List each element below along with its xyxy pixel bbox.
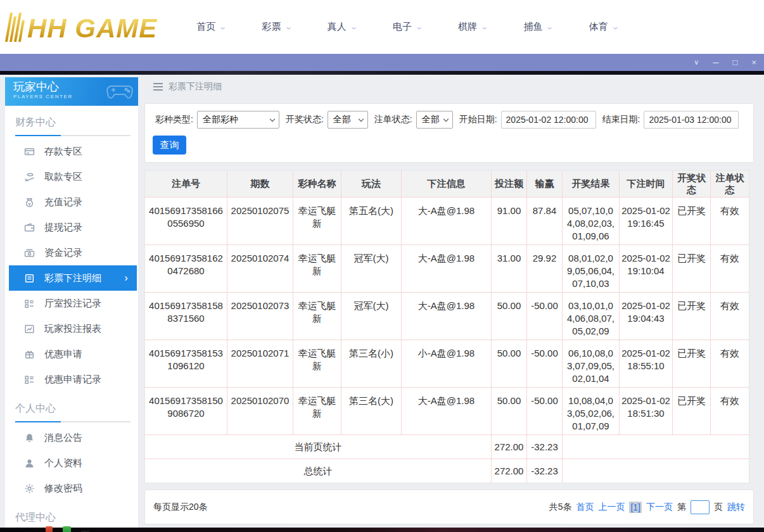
cell-win-loss: -50.00 bbox=[527, 293, 563, 340]
nav-item-fishing[interactable]: 捕鱼 ⌄ bbox=[523, 21, 552, 33]
table-header-row: 注单号 期数 彩种名称 玩法 下注信息 投注额 输赢 开奖结果 下注时间 开奖状… bbox=[145, 171, 749, 198]
draw-status-label: 开奖状态: bbox=[286, 114, 324, 125]
user-icon bbox=[24, 458, 35, 469]
nav-item-label: 棋牌 bbox=[458, 21, 477, 33]
withdraw-hand-icon bbox=[24, 172, 35, 182]
cell-play: 第三名(大) bbox=[341, 388, 402, 435]
search-button[interactable]: 查询 bbox=[153, 136, 186, 155]
sidebar-item-change-password[interactable]: 修改密码 bbox=[5, 476, 138, 501]
bet-details-table: 注单号 期数 彩种名称 玩法 下注信息 投注额 输赢 开奖结果 下注时间 开奖状… bbox=[144, 170, 749, 483]
maximize-icon[interactable]: □ bbox=[733, 58, 738, 66]
nav-item-chess[interactable]: 棋牌 ⌄ bbox=[458, 21, 487, 33]
chevron-down-icon: ⌄ bbox=[284, 23, 293, 31]
sidebar-item-label: 资金记录 bbox=[44, 247, 82, 259]
sidebar-item-profile[interactable]: 个人资料 bbox=[5, 450, 138, 476]
prev-page-link[interactable]: 上一页 bbox=[598, 502, 625, 513]
table-row: 401569173581509086720 20250102070 幸运飞艇新 … bbox=[145, 388, 749, 435]
sidebar-item-funds-record[interactable]: 资金记录 bbox=[5, 240, 138, 265]
sidebar-item-withdrawal-record[interactable]: 提现记录 bbox=[5, 215, 138, 240]
draw-status-select[interactable]: 全部 bbox=[328, 111, 368, 129]
cell-bet-amount: 50.00 bbox=[492, 340, 527, 388]
total-count: 共5条 bbox=[549, 502, 572, 513]
sidebar-item-recharge-record[interactable]: 充值记录 bbox=[5, 189, 138, 215]
sidebar-item-deposit[interactable]: 存款专区 bbox=[5, 139, 138, 164]
titlebar-chevron-down-icon[interactable]: ∨ bbox=[694, 59, 699, 66]
chevron-down-icon: ⌄ bbox=[350, 23, 358, 31]
chevron-down-icon: ⌄ bbox=[415, 23, 423, 31]
end-date-input[interactable] bbox=[644, 111, 739, 129]
col-order-status: 注单状态 bbox=[711, 171, 749, 198]
summary-winloss-total: -32.23 bbox=[527, 435, 563, 459]
nav-item-sports[interactable]: 体育 ⌄ bbox=[589, 21, 618, 33]
next-page-link[interactable]: 下一页 bbox=[646, 502, 673, 513]
cell-lottery-name: 幸运飞艇新 bbox=[293, 388, 341, 435]
nav-item-live[interactable]: 真人 ⌄ bbox=[328, 21, 357, 33]
cell-lottery-name: 幸运飞艇新 bbox=[293, 245, 341, 293]
banknote-icon bbox=[24, 248, 35, 258]
cell-order-status: 有效 bbox=[711, 198, 749, 245]
nav-item-lottery[interactable]: 彩票 ⌄ bbox=[262, 21, 291, 33]
sidebar-item-label: 彩票下注明细 bbox=[44, 272, 101, 284]
cell-bet-time: 2025-01-02 19:10:04 bbox=[620, 245, 673, 293]
sidebar-item-label: 优惠申请记录 bbox=[44, 374, 101, 386]
close-icon[interactable]: × bbox=[751, 58, 756, 66]
breadcrumb: 彩票下注明细 bbox=[144, 77, 754, 96]
col-bet-time: 下注时间 bbox=[620, 171, 673, 198]
section-rule bbox=[15, 135, 131, 136]
page-jump-input[interactable] bbox=[691, 500, 710, 514]
chevron-down-icon: ⌄ bbox=[480, 23, 488, 31]
cell-play: 第三名(小) bbox=[341, 340, 402, 388]
sidebar-item-promo-apply-record[interactable]: 优惠申请记录 bbox=[5, 367, 138, 392]
nav-item-slots[interactable]: 电子 ⌄ bbox=[393, 21, 422, 33]
cell-period: 20250102071 bbox=[227, 340, 293, 388]
cutoff-bottom-icons bbox=[46, 526, 89, 532]
nav-item-home[interactable]: 首页 ⌄ bbox=[196, 21, 226, 33]
cell-bet-info: 大-A盘@1.98 bbox=[402, 388, 492, 435]
sidebar-header: 玩家中心 PLAYERS CENTER bbox=[5, 77, 138, 106]
summary-empty-cell bbox=[563, 459, 749, 483]
sidebar-item-label: 个人资料 bbox=[44, 457, 82, 469]
cell-draw-result: 05,07,10,04,08,02,03,01,09,06 bbox=[563, 198, 620, 245]
sidebar-item-messages[interactable]: 消息公告 bbox=[5, 425, 138, 450]
page-size-text: 每页显示20条 bbox=[153, 502, 208, 513]
dark-bottom-strip bbox=[0, 528, 764, 532]
sidebar-item-hall-bet-record[interactable]: 厅室投注记录 bbox=[5, 291, 138, 316]
cell-order-no: 401569173581531096120 bbox=[145, 340, 227, 388]
chevron-down-icon bbox=[443, 117, 448, 122]
chevron-down-icon: ⌄ bbox=[219, 23, 227, 31]
jump-button[interactable]: 跳转 bbox=[727, 502, 745, 513]
sidebar-item-player-bet-report[interactable]: 玩家投注报表 bbox=[5, 316, 138, 341]
cell-order-status: 有效 bbox=[711, 245, 749, 293]
current-page: [1] bbox=[629, 502, 642, 513]
first-page-link[interactable]: 首页 bbox=[576, 502, 594, 513]
bell-icon bbox=[24, 433, 35, 443]
cell-order-no: 401569173581660556950 bbox=[145, 198, 227, 245]
sidebar-item-lottery-bet-detail[interactable]: 彩票下注明细 › bbox=[9, 265, 137, 291]
table-row: 401569173581531096120 20250102071 幸运飞艇新 … bbox=[145, 340, 749, 388]
chevron-right-icon: › bbox=[124, 272, 137, 284]
order-status-select[interactable]: 全部 bbox=[416, 111, 453, 129]
gift-icon bbox=[24, 349, 35, 360]
sidebar-item-label: 消息公告 bbox=[44, 432, 82, 444]
hamburger-icon[interactable] bbox=[153, 81, 163, 92]
money-bag-icon bbox=[24, 197, 35, 208]
start-date-input[interactable] bbox=[501, 111, 596, 129]
section-label: 个人中心 bbox=[5, 392, 138, 415]
cell-bet-info: 大-A盘@1.98 bbox=[402, 198, 492, 245]
col-play: 玩法 bbox=[341, 171, 402, 198]
summary-bet-total: 272.00 bbox=[492, 435, 527, 459]
cell-draw-status: 已开奖 bbox=[673, 245, 711, 293]
cell-order-status: 有效 bbox=[711, 340, 749, 388]
minimize-icon[interactable]: ─ bbox=[713, 58, 718, 66]
col-bet-info: 下注信息 bbox=[402, 171, 492, 198]
report-chart-icon bbox=[24, 324, 35, 334]
nav-item-label: 彩票 bbox=[262, 21, 281, 33]
cell-draw-status: 已开奖 bbox=[673, 388, 711, 435]
lottery-type-select[interactable]: 全部彩种 bbox=[197, 111, 279, 129]
cell-draw-status: 已开奖 bbox=[673, 340, 711, 388]
logo-stripes-icon bbox=[5, 13, 26, 42]
sidebar-item-withdraw[interactable]: 取款专区 bbox=[5, 164, 138, 189]
cell-play: 冠军(大) bbox=[341, 245, 402, 293]
sidebar-item-promo-apply[interactable]: 优惠申请 bbox=[5, 341, 138, 367]
cell-lottery-name: 幸运飞艇新 bbox=[293, 198, 341, 245]
